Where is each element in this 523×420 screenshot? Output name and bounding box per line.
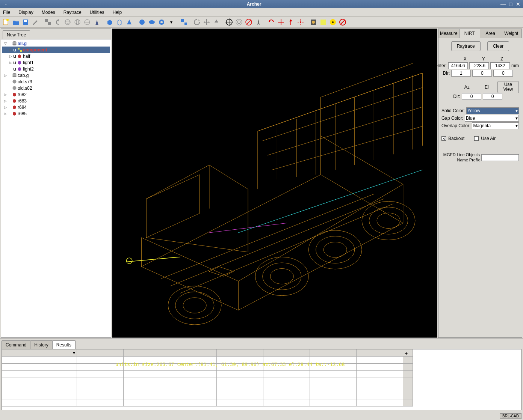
grid-cell[interactable]: [170, 392, 217, 399]
grid-header[interactable]: [77, 349, 124, 357]
grid-cell[interactable]: [77, 399, 124, 406]
cube-wire-icon[interactable]: [115, 18, 124, 27]
dir-az-input[interactable]: [462, 93, 481, 100]
menu-file[interactable]: File: [2, 9, 12, 16]
grid-cell[interactable]: [124, 378, 170, 385]
grid-cell[interactable]: [2, 357, 31, 364]
grid-cell[interactable]: [124, 385, 170, 392]
tree-item[interactable]: old.s82: [2, 85, 110, 91]
tree-item[interactable]: old.s79: [2, 78, 110, 85]
undo-icon[interactable]: [53, 18, 62, 27]
grid-header[interactable]: [357, 349, 403, 357]
grid-cell[interactable]: [31, 371, 77, 378]
tree-item[interactable]: ▷ucomponent: [2, 47, 110, 53]
maximize-icon[interactable]: □: [507, 1, 514, 7]
cancel-icon[interactable]: [338, 18, 347, 27]
cube-solid-icon[interactable]: [105, 18, 114, 27]
grid-cell[interactable]: [77, 378, 124, 385]
tree-item[interactable]: ▽all.g: [2, 40, 110, 47]
tab-results[interactable]: Results: [52, 340, 76, 349]
dir-el-input[interactable]: [483, 93, 502, 100]
grid-header[interactable]: ▾: [31, 349, 77, 357]
move-red-icon[interactable]: [277, 18, 286, 27]
grid-cell[interactable]: [403, 371, 413, 378]
grid-cell[interactable]: [2, 378, 31, 385]
gap-color-select[interactable]: Blue▾: [465, 115, 519, 122]
raytrace-button[interactable]: Raytrace: [451, 41, 481, 51]
close-icon[interactable]: ✕: [515, 1, 521, 7]
prefix-input[interactable]: [481, 154, 519, 161]
grid-cell[interactable]: [263, 399, 310, 406]
save-icon[interactable]: [21, 18, 30, 27]
grid-cell[interactable]: [357, 399, 403, 406]
grid-cell[interactable]: [403, 378, 413, 385]
grid-header[interactable]: [2, 349, 31, 357]
grid-cell[interactable]: [357, 371, 403, 378]
grid-header[interactable]: [124, 349, 170, 357]
menu-raytrace[interactable]: Raytrace: [62, 9, 83, 16]
grid-cell[interactable]: [31, 385, 77, 392]
target-icon[interactable]: [225, 18, 234, 27]
radiation-icon[interactable]: [328, 18, 337, 27]
grid-cell[interactable]: [263, 392, 310, 399]
tab-command[interactable]: Command: [2, 340, 30, 349]
tab-area[interactable]: Area: [480, 29, 501, 38]
tab-history[interactable]: History: [30, 340, 52, 349]
new-icon[interactable]: [2, 18, 11, 27]
grid-header[interactable]: +: [403, 349, 413, 357]
tree-item[interactable]: ▷r685: [2, 110, 110, 117]
grid-header[interactable]: [310, 349, 357, 357]
grid-cell[interactable]: [310, 378, 357, 385]
grid-cell[interactable]: [31, 399, 77, 406]
dir-y-input[interactable]: [472, 70, 492, 77]
grid-cell[interactable]: [357, 385, 403, 392]
preferences-icon[interactable]: [31, 18, 40, 27]
grid-cell[interactable]: [170, 385, 217, 392]
grid-cell[interactable]: [2, 392, 31, 399]
grid-cell[interactable]: [170, 371, 217, 378]
rotate-icon[interactable]: [192, 18, 201, 27]
up-red-icon[interactable]: [286, 18, 295, 27]
grid-cell[interactable]: [77, 392, 124, 399]
grid-header[interactable]: [170, 349, 217, 357]
compass-icon[interactable]: [254, 18, 263, 27]
grid-cell[interactable]: [170, 399, 217, 406]
grid-cell[interactable]: [263, 378, 310, 385]
grid-cell[interactable]: [403, 399, 413, 406]
grid-cell[interactable]: [217, 399, 263, 406]
clear-button[interactable]: Clear: [487, 41, 509, 51]
center-z-input[interactable]: [490, 62, 510, 69]
center-x-input[interactable]: [448, 62, 468, 69]
render2-icon[interactable]: [319, 18, 328, 27]
cone-icon[interactable]: [125, 18, 134, 27]
tree-item[interactable]: ▷r684: [2, 104, 110, 110]
grid-cell[interactable]: [2, 364, 31, 371]
center-red-icon[interactable]: [296, 18, 305, 27]
torus-icon[interactable]: [157, 18, 166, 27]
grid-cell[interactable]: [31, 392, 77, 399]
grid-header[interactable]: [217, 349, 263, 357]
grid-cell[interactable]: [357, 378, 403, 385]
use-view-button[interactable]: Use View: [497, 81, 519, 93]
wireframe1-icon[interactable]: [63, 18, 72, 27]
grid-cell[interactable]: [310, 399, 357, 406]
wireframe2-icon[interactable]: [73, 18, 82, 27]
tree-item[interactable]: ulight2: [2, 66, 110, 72]
sphere-icon[interactable]: [138, 18, 147, 27]
grid-cell[interactable]: [403, 385, 413, 392]
comb-icon[interactable]: [180, 18, 189, 27]
menu-display[interactable]: Display: [17, 9, 35, 16]
tree-body[interactable]: ▽all.g▷ucomponent▷uhalf▷ulight1ulight2▷c…: [1, 39, 111, 337]
menu-modes[interactable]: Modes: [40, 9, 57, 16]
dir-z-input[interactable]: [493, 70, 513, 77]
render1-icon[interactable]: [309, 18, 318, 27]
no-target-icon[interactable]: [244, 18, 253, 27]
tab-weight[interactable]: Weight: [501, 29, 522, 38]
ellipse-icon[interactable]: [147, 18, 156, 27]
grid-cell[interactable]: [263, 371, 310, 378]
minimize-icon[interactable]: —: [500, 1, 506, 7]
menu-utilities[interactable]: Utilities: [88, 9, 106, 16]
dir-x-input[interactable]: [451, 70, 471, 77]
grid-cell[interactable]: [217, 392, 263, 399]
grid-cell[interactable]: [217, 378, 263, 385]
